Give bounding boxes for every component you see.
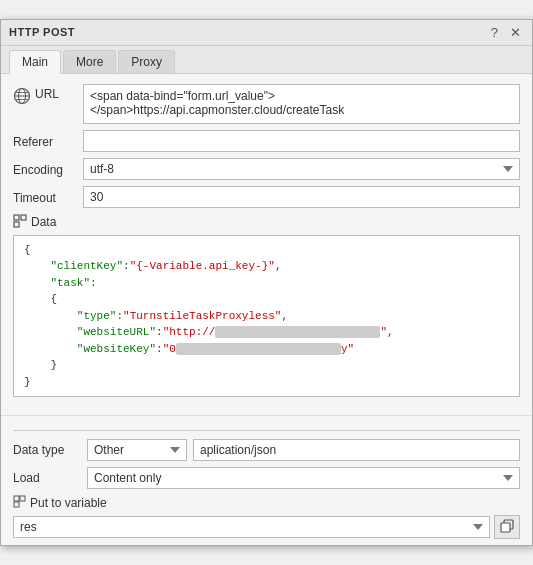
encoding-label: Encoding: [13, 158, 83, 177]
svg-rect-9: [14, 502, 19, 507]
url-input[interactable]: <span data-bind="form.url_value"></span>…: [83, 84, 520, 124]
tab-more[interactable]: More: [63, 50, 116, 73]
referer-row: Referer: [13, 130, 520, 152]
data-section-label: Data: [13, 214, 520, 231]
timeout-input[interactable]: [83, 186, 520, 208]
load-select[interactable]: Content only Full response Headers only: [87, 467, 520, 489]
tab-proxy[interactable]: Proxy: [118, 50, 175, 73]
svg-rect-10: [20, 496, 25, 501]
putvar-icon: [13, 495, 26, 511]
data-icon: [13, 214, 27, 231]
bottom-section: Data type Other JSON XML Form Load Conte…: [1, 415, 532, 545]
svg-rect-5: [14, 215, 19, 220]
referer-label: Referer: [13, 130, 83, 149]
svg-rect-7: [21, 215, 26, 220]
data-type-row: Data type Other JSON XML Form: [13, 439, 520, 461]
svg-rect-6: [14, 222, 19, 227]
globe-icon: [13, 87, 31, 108]
copy-variable-button[interactable]: [494, 515, 520, 539]
put-variable-section: Put to variable res: [13, 495, 520, 539]
variable-row: res: [13, 515, 520, 539]
referer-input[interactable]: [83, 130, 520, 152]
url-label-text: URL: [35, 87, 59, 101]
variable-select[interactable]: res: [13, 516, 490, 538]
title-bar: HTTP POST ? ✕: [1, 20, 532, 46]
close-button[interactable]: ✕: [507, 25, 524, 40]
svg-rect-12: [501, 523, 510, 532]
mime-type-input[interactable]: [193, 439, 520, 461]
http-post-window: HTTP POST ? ✕ Main More Proxy: [0, 19, 533, 547]
load-row: Load Content only Full response Headers …: [13, 467, 520, 489]
main-content: URL <span data-bind="form.url_value"></s…: [1, 74, 532, 416]
tab-main[interactable]: Main: [9, 50, 61, 74]
timeout-label: Timeout: [13, 186, 83, 205]
help-button[interactable]: ?: [488, 25, 501, 40]
load-label: Load: [13, 471, 81, 485]
url-row: URL <span data-bind="form.url_value"></s…: [13, 84, 520, 124]
svg-rect-8: [14, 496, 19, 501]
copy-icon: [500, 519, 514, 536]
window-title: HTTP POST: [9, 26, 75, 38]
encoding-row: Encoding utf-8 iso-8859-1 windows-1252: [13, 158, 520, 180]
data-type-select[interactable]: Other JSON XML Form: [87, 439, 187, 461]
divider: [13, 430, 520, 431]
tab-bar: Main More Proxy: [1, 46, 532, 74]
data-type-label: Data type: [13, 443, 81, 457]
encoding-select[interactable]: utf-8 iso-8859-1 windows-1252: [83, 158, 520, 180]
url-label: URL: [13, 84, 83, 108]
code-editor[interactable]: { "clientKey":"{-Variable.api_key-}", "t…: [13, 235, 520, 398]
title-bar-controls: ? ✕: [488, 25, 524, 40]
timeout-row: Timeout: [13, 186, 520, 208]
put-variable-label: Put to variable: [13, 495, 520, 511]
